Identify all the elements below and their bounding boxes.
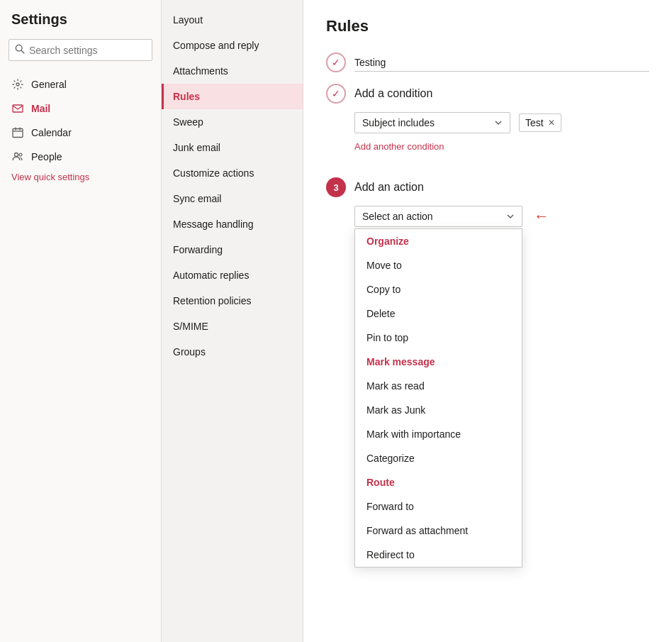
mid-nav-forwarding[interactable]: Forwarding	[162, 237, 303, 262]
sidebar-item-mail-label: Mail	[31, 103, 50, 114]
mid-nav-retention[interactable]: Retention policies	[162, 288, 303, 314]
mid-nav-attachments[interactable]: Attachments	[162, 58, 303, 84]
mid-nav-sweep[interactable]: Sweep	[162, 109, 303, 135]
mark-message-category-header: Mark message	[355, 350, 522, 374]
action-section-label: Add an action	[354, 181, 424, 194]
mid-nav-rules[interactable]: Rules	[162, 84, 303, 109]
main-content: Rules ✓ ✓ Add a condition Subject includ…	[303, 0, 672, 642]
mid-nav-handling[interactable]: Message handling	[162, 211, 303, 237]
sidebar-item-mail[interactable]: Mail	[0, 96, 161, 121]
mid-nav-groups[interactable]: Groups	[162, 339, 303, 365]
condition-section: ✓ Add a condition Subject includes From …	[326, 84, 649, 163]
gear-icon	[11, 78, 24, 91]
action-mark-as-junk[interactable]: Mark as Junk	[355, 398, 522, 422]
sidebar-item-people[interactable]: People	[0, 145, 161, 169]
select-action-wrapper: Select an action ←	[354, 206, 649, 227]
svg-point-8	[15, 153, 18, 157]
search-input[interactable]	[29, 45, 146, 56]
mid-nav: Layout Compose and reply Attachments Rul…	[162, 0, 303, 642]
condition-section-label: Add a condition	[354, 87, 432, 100]
action-copy-to[interactable]: Copy to	[355, 277, 522, 301]
mid-nav-auto-replies[interactable]: Automatic replies	[162, 262, 303, 288]
action-dropdown-menu: Organize Move to Copy to Delete Pin to t…	[354, 228, 522, 568]
condition-row: Subject includes From To Has attachment …	[354, 112, 649, 133]
mid-nav-customize[interactable]: Customize actions	[162, 160, 303, 186]
action-row: Select an action ← Organize Move to Copy…	[354, 206, 649, 227]
sidebar-title: Settings	[0, 11, 161, 39]
select-action-dropdown[interactable]: Select an action	[354, 206, 522, 227]
sidebar: Settings General Mail	[0, 0, 162, 642]
action-delete[interactable]: Delete	[355, 301, 522, 326]
svg-point-2	[16, 83, 19, 86]
mid-nav-sync[interactable]: Sync email	[162, 186, 303, 211]
search-box[interactable]	[9, 39, 152, 61]
rule-name-input[interactable]	[354, 54, 649, 72]
action-header-row: 3 Add an action	[326, 177, 649, 197]
sidebar-item-calendar-label: Calendar	[31, 127, 72, 138]
test-tag-chip: Test ✕	[519, 114, 561, 132]
action-forward-to[interactable]: Forward to	[355, 494, 522, 519]
svg-rect-4	[13, 129, 23, 138]
step1-check: ✓	[326, 52, 346, 72]
tag-value: Test	[525, 117, 544, 128]
mail-icon	[11, 102, 24, 115]
mid-nav-junk[interactable]: Junk email	[162, 135, 303, 160]
calendar-icon	[11, 126, 24, 139]
svg-rect-3	[13, 105, 23, 112]
search-icon	[15, 44, 25, 56]
step2-check: ✓	[326, 84, 346, 104]
rule-name-row: ✓	[326, 52, 649, 72]
sidebar-item-people-label: People	[31, 151, 62, 162]
action-pin-to-top[interactable]: Pin to top	[355, 326, 522, 350]
checkmark-icon: ✓	[332, 57, 340, 68]
organize-category-header: Organize	[355, 229, 522, 253]
action-section: 3 Add an action Select an action ← Organ…	[326, 177, 649, 565]
action-forward-as-attachment[interactable]: Forward as attachment	[355, 519, 522, 543]
mid-nav-compose[interactable]: Compose and reply	[162, 33, 303, 58]
action-redirect-to[interactable]: Redirect to	[355, 543, 522, 567]
sidebar-item-general[interactable]: General	[0, 72, 161, 96]
mid-nav-layout[interactable]: Layout	[162, 7, 303, 33]
add-condition-link[interactable]: Add another condition	[354, 141, 444, 152]
svg-line-1	[21, 50, 24, 53]
action-move-to[interactable]: Move to	[355, 253, 522, 277]
action-categorize[interactable]: Categorize	[355, 446, 522, 470]
action-mark-as-read[interactable]: Mark as read	[355, 374, 522, 398]
arrow-indicator-icon: ←	[534, 207, 549, 226]
svg-point-9	[19, 153, 22, 156]
sidebar-item-general-label: General	[31, 79, 67, 90]
people-icon	[11, 150, 24, 163]
subject-includes-dropdown[interactable]: Subject includes From To Has attachment	[354, 112, 510, 133]
main-title: Rules	[326, 17, 649, 35]
sidebar-item-calendar[interactable]: Calendar	[0, 121, 161, 145]
step2-checkmark-icon: ✓	[332, 88, 340, 99]
action-mark-with-importance[interactable]: Mark with importance	[355, 422, 522, 446]
tag-close-button[interactable]: ✕	[548, 118, 555, 128]
route-category-header: Route	[355, 470, 522, 494]
step3-badge: 3	[326, 177, 346, 197]
condition-header-row: ✓ Add a condition	[326, 84, 649, 104]
mid-nav-smime[interactable]: S/MIME	[162, 314, 303, 339]
view-quick-settings-link[interactable]: View quick settings	[0, 169, 161, 188]
